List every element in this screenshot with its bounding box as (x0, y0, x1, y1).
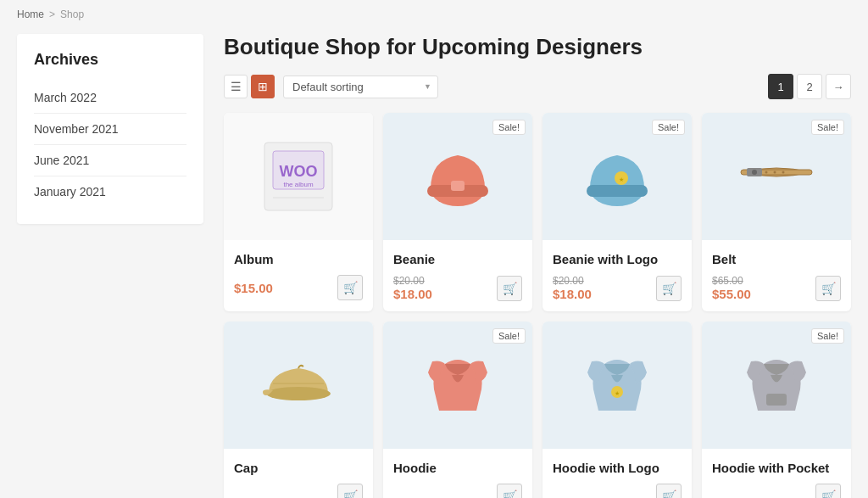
product-card-hoodie: Sale! Hoodie 🛒 (383, 322, 532, 498)
svg-point-16 (774, 171, 776, 174)
hoodie-logo-image: ★ (575, 343, 659, 428)
breadcrumb-current: Shop (60, 8, 84, 20)
add-to-cart-cap[interactable]: 🛒 (337, 484, 363, 498)
price-row-hoodie: 🛒 (393, 484, 522, 498)
beanie-logo-image: ★ (575, 134, 659, 219)
sidebar: Archives March 2022 November 2021 June 2… (17, 34, 203, 498)
toolbar: ☰ ⊞ Default sorting Sort by popularity S… (224, 74, 851, 99)
product-card-beanie: Sale! Beanie $20.00 (383, 113, 532, 311)
price-row-hoodie-logo: 🛒 (553, 484, 682, 498)
page-1-button[interactable]: 1 (768, 74, 793, 99)
product-image-belt[interactable]: Sale! (702, 113, 851, 240)
product-image-beanie-logo[interactable]: Sale! ★ (542, 113, 692, 240)
svg-point-15 (765, 171, 768, 174)
product-info-hoodie: Hoodie 🛒 (383, 449, 532, 498)
product-grid: WOO the album Album $15.00 🛒 (224, 113, 851, 498)
belt-image (734, 134, 819, 219)
product-card-beanie-logo: Sale! ★ Beanie with Logo (542, 113, 692, 311)
pagination: 1 2 → (768, 74, 851, 99)
price-row-hoodie-pocket: 🛒 (712, 484, 841, 498)
product-price-album: $15.00 (234, 281, 273, 295)
add-to-cart-album[interactable]: 🛒 (337, 275, 363, 300)
sidebar-item-march2022[interactable]: March 2022 (34, 82, 186, 114)
sidebar-item-nov2021[interactable]: November 2021 (34, 114, 186, 145)
product-name-cap: Cap (234, 461, 363, 475)
add-to-cart-hoodie-pocket[interactable]: 🛒 (815, 484, 841, 498)
product-image-beanie[interactable]: Sale! (383, 113, 532, 240)
price-row-album: $15.00 🛒 (234, 275, 363, 300)
price-row-cap: 🛒 (234, 484, 363, 498)
list-icon: ☰ (231, 80, 242, 93)
product-image-hoodie[interactable]: Sale! (383, 322, 532, 449)
product-info-hoodie-logo: Hoodie with Logo 🛒 (542, 449, 692, 498)
add-to-cart-hoodie-logo[interactable]: 🛒 (656, 484, 682, 498)
list-view-button[interactable]: ☰ (224, 75, 248, 98)
album-image: WOO the album (256, 134, 341, 219)
sale-badge-beanie: Sale! (492, 120, 526, 135)
price-row-beanie-logo: $20.00 $18.00 🛒 (553, 275, 682, 301)
price-row-belt: $65.00 $55.00 🛒 (712, 275, 841, 301)
sale-badge-hoodie: Sale! (492, 328, 526, 344)
add-to-cart-belt[interactable]: 🛒 (815, 276, 841, 301)
page-title: Boutique Shop for Upcoming Designers (224, 34, 851, 60)
main-layout: Archives March 2022 November 2021 June 2… (17, 34, 851, 498)
sidebar-item-june2021[interactable]: June 2021 (34, 145, 186, 176)
product-info-beanie-logo: Beanie with Logo $20.00 $18.00 🛒 (542, 240, 692, 311)
sidebar-item-jan2021[interactable]: January 2021 (34, 176, 186, 207)
page-wrapper: Home > Shop Archives March 2022 November… (0, 0, 868, 498)
product-image-cap[interactable] (224, 322, 373, 449)
price-row-beanie: $20.00 $18.00 🛒 (393, 275, 522, 301)
sale-badge-beanie-logo: Sale! (652, 120, 685, 135)
product-image-hoodie-pocket[interactable]: Sale! (702, 322, 851, 449)
product-name-beanie-logo: Beanie with Logo (553, 252, 682, 266)
product-info-album: Album $15.00 🛒 (224, 240, 373, 311)
toolbar-left: ☰ ⊞ Default sorting Sort by popularity S… (224, 75, 438, 98)
sidebar-title: Archives (34, 51, 186, 69)
add-to-cart-beanie-logo[interactable]: 🛒 (656, 276, 682, 301)
product-card-cap: Cap 🛒 (224, 322, 373, 498)
product-name-hoodie: Hoodie (393, 461, 522, 475)
add-to-cart-beanie[interactable]: 🛒 (497, 276, 522, 301)
page-2-button[interactable]: 2 (797, 74, 822, 99)
grid-view-button[interactable]: ⊞ (251, 75, 275, 98)
product-name-beanie: Beanie (393, 252, 522, 266)
sale-price-beanie: $18.00 (393, 287, 432, 301)
price-group-beanie-logo: $20.00 $18.00 (553, 275, 592, 301)
svg-rect-9 (587, 185, 648, 197)
product-name-album: Album (234, 252, 363, 266)
price-group-belt: $65.00 $55.00 (712, 275, 751, 301)
sale-badge-belt: Sale! (811, 120, 844, 135)
svg-text:★: ★ (615, 390, 620, 396)
breadcrumb: Home > Shop (17, 8, 851, 20)
sale-badge-hoodie-pocket: Sale! (811, 328, 844, 344)
original-price-beanie-logo: $20.00 (553, 275, 592, 287)
add-to-cart-hoodie[interactable]: 🛒 (497, 484, 522, 498)
original-price-beanie: $20.00 (393, 275, 432, 287)
view-icons: ☰ ⊞ (224, 75, 275, 98)
svg-rect-7 (451, 181, 465, 191)
product-image-album[interactable]: WOO the album (224, 113, 373, 240)
product-image-hoodie-logo[interactable]: ★ (542, 322, 692, 449)
sidebar-box: Archives March 2022 November 2021 June 2… (17, 34, 203, 224)
hoodie-pocket-image (734, 343, 819, 428)
original-price-belt: $65.00 (712, 275, 751, 287)
breadcrumb-home[interactable]: Home (17, 8, 44, 20)
svg-text:★: ★ (619, 176, 624, 182)
product-card-hoodie-logo: ★ Hoodie with Logo 🛒 (542, 322, 692, 498)
price-group-beanie: $20.00 $18.00 (393, 275, 432, 301)
product-card-belt: Sale! Belt (702, 113, 851, 311)
svg-point-14 (752, 170, 757, 175)
svg-text:the album: the album (283, 181, 313, 188)
product-card-album: WOO the album Album $15.00 🛒 (224, 113, 373, 311)
page-next-button[interactable]: → (826, 74, 851, 99)
svg-rect-22 (766, 394, 787, 406)
sort-select[interactable]: Default sorting Sort by popularity Sort … (283, 76, 438, 98)
svg-text:WOO: WOO (280, 163, 318, 180)
sidebar-list: March 2022 November 2021 June 2021 Janua… (34, 82, 186, 207)
product-name-hoodie-logo: Hoodie with Logo (553, 461, 682, 475)
svg-point-18 (266, 387, 331, 400)
product-info-belt: Belt $65.00 $55.00 🛒 (702, 240, 851, 311)
product-card-hoodie-pocket: Sale! Hoodie with Pocket (702, 322, 851, 498)
product-info-cap: Cap 🛒 (224, 449, 373, 498)
product-info-beanie: Beanie $20.00 $18.00 🛒 (383, 240, 532, 311)
